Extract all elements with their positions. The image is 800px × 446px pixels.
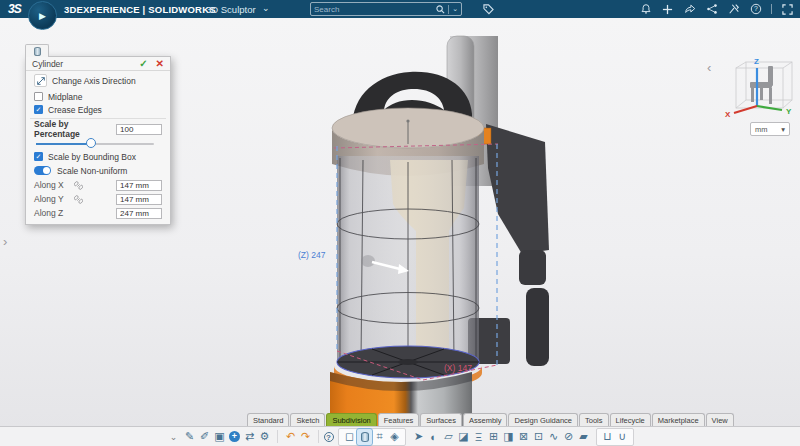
change-axis-direction-button[interactable]: Change Axis Direction [34, 74, 136, 87]
svg-text:?: ? [754, 5, 758, 12]
3ds-logo[interactable]: 3S [8, 2, 21, 16]
extrude-face-icon[interactable]: ⊞ [486, 429, 501, 445]
link-icon[interactable] [72, 181, 84, 190]
tab-surfaces[interactable]: Surfaces [420, 413, 462, 426]
search-input[interactable] [314, 5, 436, 14]
primitive-box-icon[interactable]: ◻ [342, 429, 357, 445]
scale-percentage-input[interactable] [116, 124, 162, 135]
tab-standard[interactable]: Standard [247, 413, 289, 426]
share-icon[interactable] [705, 3, 718, 16]
select-tool-icon[interactable]: ➤ [411, 429, 426, 445]
cancel-button[interactable]: ✕ [156, 58, 164, 69]
bend-tool-icon[interactable]: ∿ [546, 429, 561, 445]
view-triad[interactable]: Z X Y [725, 57, 792, 119]
delete-face-icon[interactable]: ⊡ [531, 429, 546, 445]
hose-clip-upper[interactable] [519, 250, 546, 285]
face-tool-icon[interactable]: ▱ [441, 429, 456, 445]
cylinder-tab-icon [34, 47, 41, 56]
app-name[interactable]: 3D Sculptor [206, 4, 256, 15]
tab-design-guidance[interactable]: Design Guidance [508, 413, 578, 426]
app-menu-chevron-icon[interactable]: ⌄ [262, 3, 270, 13]
help-icon[interactable]: ? [321, 429, 336, 445]
circular-pattern-icon[interactable]: ⊘ [561, 429, 576, 445]
along-x-input[interactable] [116, 180, 162, 191]
tab-tools[interactable]: Tools [579, 413, 609, 426]
tab-view[interactable]: View [706, 413, 734, 426]
scale-non-uniform-label: Scale Non-uniform [57, 166, 127, 176]
settings-gear-icon[interactable]: ⚙ [257, 429, 272, 445]
action-bar: ⌄ ✎ ✐ ▣ + ⇄ ⚙ ↶ ↷ ? ◻ ⌗ ◈ ➤ ◐ ▱ ◪ Ξ ⊞ [0, 426, 800, 446]
toolbar-overflow-chevron-icon[interactable]: ⌄ [168, 429, 179, 445]
change-axis-icon [34, 74, 47, 87]
tab-subdivision[interactable]: Subdivision [326, 413, 376, 426]
units-chevron-icon: ▾ [781, 125, 785, 134]
primitive-mesh-icon[interactable]: ⌗ [372, 429, 387, 445]
left-panel-expand-chevron[interactable]: › [3, 236, 7, 248]
add-content-icon[interactable] [661, 3, 674, 16]
sketch-on-plane-icon[interactable]: ✐ [197, 429, 212, 445]
fill-face-icon[interactable]: ⊠ [516, 429, 531, 445]
crease-tool-icon[interactable]: ◪ [456, 429, 471, 445]
move-manipulator-icon[interactable]: ◈ [387, 429, 402, 445]
search-icon[interactable] [436, 5, 445, 14]
chair-icon [750, 66, 773, 104]
dimension-x-label: (X) 147 [444, 363, 472, 373]
add-new-icon[interactable]: + [227, 429, 242, 445]
change-axis-label: Change Axis Direction [52, 76, 136, 86]
fullscreen-icon[interactable] [781, 3, 794, 16]
redo-icon[interactable]: ↷ [298, 429, 313, 445]
confirm-button[interactable]: ✓ [139, 58, 147, 69]
dialog-tab[interactable] [25, 44, 49, 57]
scale-non-uniform-toggle[interactable] [34, 166, 51, 175]
triad-y-label: Y [786, 107, 792, 116]
tab-features[interactable]: Features [378, 413, 420, 426]
right-panel-collapse-chevron[interactable]: ‹ [707, 62, 711, 74]
along-z-input[interactable] [116, 208, 162, 219]
slider-thumb[interactable] [86, 138, 96, 148]
top-bar: 3S 3DEXPERIENCE | SOLIDWORKS 3D Sculptor… [0, 0, 800, 18]
compass-app-badge[interactable]: ▶ [28, 1, 57, 30]
dimension-z-label: (Z) 247 [298, 250, 326, 260]
rear-housing[interactable] [486, 124, 549, 254]
tab-assembly[interactable]: Assembly [463, 413, 508, 426]
notifications-icon[interactable] [639, 3, 652, 16]
split-loop-icon[interactable]: ◐ [426, 429, 441, 445]
dialog-title: Cylinder [32, 59, 139, 69]
midplane-label: Midplane [48, 92, 83, 102]
plus-icon: + [229, 431, 240, 442]
scale-slider[interactable] [36, 137, 160, 150]
triad-z-label: Z [754, 57, 759, 66]
undo-icon[interactable]: ↶ [283, 429, 298, 445]
help-icon[interactable]: ? [749, 3, 762, 16]
midplane-checkbox[interactable] [34, 92, 43, 101]
tools-icon[interactable] [727, 3, 740, 16]
link-icon[interactable] [72, 195, 84, 204]
scale-bounding-box-label: Scale by Bounding Box [48, 152, 136, 162]
search-scope-chevron-icon[interactable]: ⌄ [452, 5, 458, 13]
sketch-icon[interactable]: ✎ [182, 429, 197, 445]
cylinder-dialog: Cylinder ✓ ✕ Change Axis Direction Midpl… [25, 56, 171, 225]
planar-face-icon[interactable]: ▰ [576, 429, 591, 445]
tab-marketplace[interactable]: Marketplace [652, 413, 705, 426]
hose-clip-lower[interactable] [526, 288, 549, 366]
units-value: mm [755, 125, 768, 134]
along-y-input[interactable] [116, 194, 162, 205]
shell-tool-icon[interactable]: ⊔ [600, 429, 615, 445]
units-dropdown[interactable]: mm ▾ [750, 122, 790, 136]
primitive-cylinder-icon[interactable] [357, 429, 372, 445]
crease-edges-checkbox[interactable]: ✓ [34, 105, 43, 114]
search-box: ⌄ [310, 2, 462, 16]
loop-tool-icon[interactable]: Ξ [471, 429, 486, 445]
scale-percentage-label: Scale by Percentage [34, 119, 116, 139]
save-icon[interactable]: ▣ [212, 429, 227, 445]
bridge-faces-icon[interactable]: ◨ [501, 429, 516, 445]
tab-sketch[interactable]: Sketch [290, 413, 325, 426]
tab-lifecycle[interactable]: Lifecycle [610, 413, 651, 426]
import-export-icon[interactable]: ⇄ [242, 429, 257, 445]
ribbon-tab-strip: Standard Sketch Subdivision Features Sur… [0, 413, 800, 426]
along-z-label: Along Z [34, 208, 72, 218]
tag-icon[interactable] [480, 2, 496, 16]
scale-bounding-box-checkbox[interactable]: ✓ [34, 152, 43, 161]
thicken-tool-icon[interactable]: ∪ [615, 429, 630, 445]
reply-arrow-icon[interactable] [683, 3, 696, 16]
